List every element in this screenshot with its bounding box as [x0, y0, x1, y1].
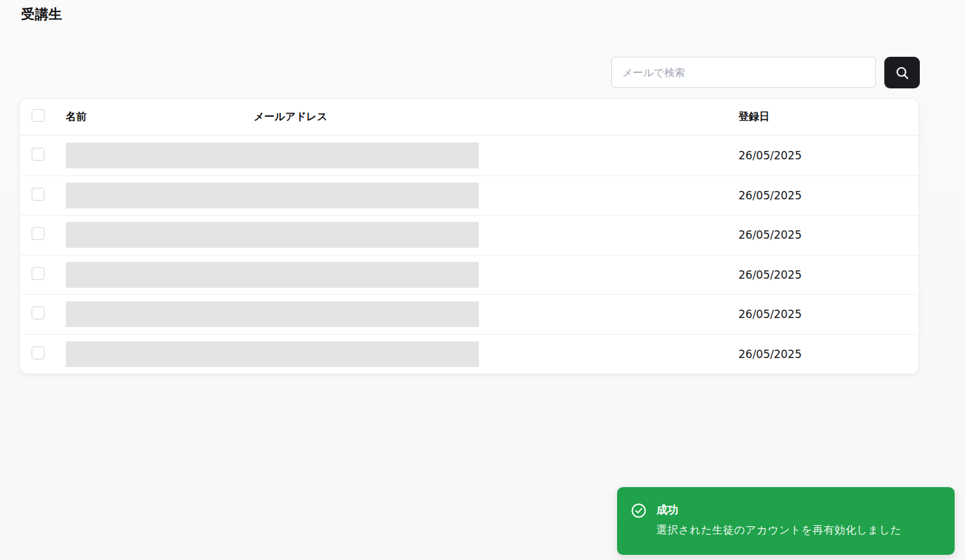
column-header-email: メールアドレス [253, 110, 738, 124]
registered-date: 26/05/2025 [738, 268, 919, 281]
registered-date: 26/05/2025 [738, 308, 919, 321]
toast-content: 成功 選択された生徒のアカウントを再有効化しました [656, 503, 901, 537]
table-body: 26/05/2025 26/05/2025 26/05/2025 26/05/2… [20, 135, 919, 374]
check-circle-icon [631, 503, 646, 521]
search-input[interactable] [611, 57, 876, 88]
students-table: 名前 メールアドレス 登録日 26/05/2025 26/05/2025 26/… [19, 98, 919, 374]
row-checkbox-cell [20, 267, 65, 283]
header-checkbox-cell [20, 109, 65, 125]
table-row: 26/05/2025 [20, 215, 919, 255]
row-checkbox-cell [20, 188, 65, 203]
redacted-name-email [66, 183, 479, 208]
toast-message: 選択された生徒のアカウントを再有効化しました [656, 523, 901, 537]
row-checkbox[interactable] [32, 227, 45, 240]
table-row: 26/05/2025 [20, 255, 919, 295]
table-row: 26/05/2025 [20, 334, 919, 374]
registered-date: 26/05/2025 [738, 189, 919, 202]
table-row: 26/05/2025 [20, 294, 919, 334]
success-toast: 成功 選択された生徒のアカウントを再有効化しました [617, 487, 955, 555]
select-all-checkbox[interactable] [32, 109, 45, 122]
row-checkbox-cell [20, 227, 65, 243]
toast-title: 成功 [656, 503, 901, 517]
redacted-name-email [66, 222, 479, 248]
registered-date: 26/05/2025 [738, 348, 919, 361]
redacted-name-email [66, 262, 479, 288]
row-checkbox[interactable] [32, 188, 45, 201]
redacted-name-email [66, 143, 479, 168]
row-checkbox[interactable] [32, 267, 45, 280]
page-title: 受講生 [21, 5, 62, 23]
row-checkbox-cell [20, 346, 65, 362]
search-icon [895, 65, 910, 81]
registered-date: 26/05/2025 [738, 228, 919, 241]
table-header: 名前 メールアドレス 登録日 [20, 99, 919, 135]
registered-date: 26/05/2025 [738, 149, 919, 162]
column-header-name: 名前 [65, 110, 253, 124]
redacted-name-email [66, 341, 479, 367]
row-checkbox-cell [20, 148, 65, 163]
table-row: 26/05/2025 [20, 135, 919, 175]
row-checkbox[interactable] [32, 346, 45, 359]
row-checkbox[interactable] [32, 148, 45, 161]
table-row: 26/05/2025 [20, 175, 919, 215]
row-checkbox[interactable] [32, 306, 45, 319]
row-checkbox-cell [20, 306, 65, 322]
column-header-registered: 登録日 [738, 110, 919, 124]
redacted-name-email [66, 301, 479, 327]
search-button[interactable] [884, 57, 920, 88]
